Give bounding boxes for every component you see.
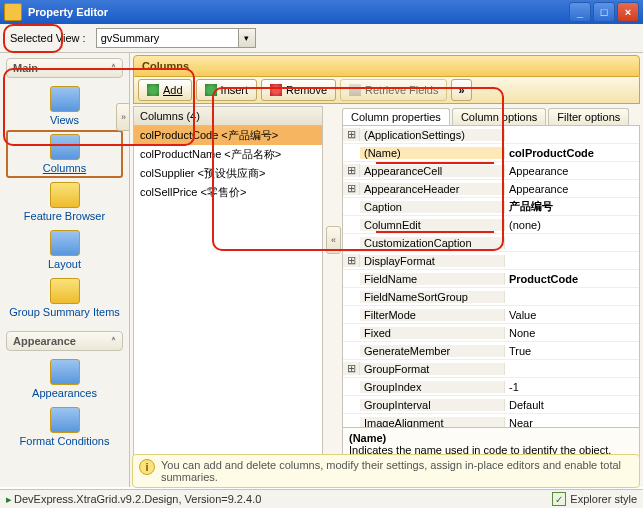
selected-view-label: Selected View : [10,32,86,44]
toolbar-overflow-button[interactable]: » [451,79,471,101]
tab-filter-options[interactable]: Filter options [548,108,629,125]
close-button[interactable]: × [617,2,639,22]
add-icon [147,84,159,96]
sidebar: Main˄ Views Columns Feature Browser Layo… [0,53,130,487]
column-item[interactable]: colProductName <产品名称> [134,145,322,164]
sidebar-item-appearances[interactable]: Appearances [6,355,123,403]
info-icon: i [139,459,155,475]
property-grid[interactable]: ⊞(ApplicationSettings) (Name)colProductC… [342,125,640,428]
appearances-icon [50,359,80,385]
selected-view-combo[interactable]: gvSummary ▾ [96,28,256,48]
panel-header: Columns [133,55,640,77]
triangle-icon: ▸ [6,493,12,506]
content-area: Columns Add Insert Remove Retrieve Field… [130,53,643,487]
toolbar: Add Insert Remove Retrieve Fields » [133,77,640,104]
insert-button[interactable]: Insert [196,79,258,101]
expand-icon[interactable]: ⊞ [343,254,360,267]
columns-count-header: Columns (4) [133,106,323,126]
app-icon [4,3,22,21]
sidebar-item-group-summary[interactable]: Group Summary Items [6,274,123,322]
window-titlebar: Property Editor _ □ × [0,0,643,24]
sidebar-collapse-right-button[interactable]: » [116,103,130,131]
list-collapse-left-button[interactable]: « [326,226,341,254]
maximize-button[interactable]: □ [593,2,615,22]
remove-button[interactable]: Remove [261,79,336,101]
feature-browser-icon [50,182,80,208]
expand-icon[interactable]: ⊞ [343,182,360,195]
sidebar-item-columns[interactable]: Columns [6,130,123,178]
views-icon [50,86,80,112]
status-bar: ▸ DevExpress.XtraGrid.v9.2.Design, Versi… [0,489,643,508]
remove-icon [270,84,282,96]
expand-icon[interactable]: ⊞ [343,362,360,375]
sidebar-item-format-conditions[interactable]: Format Conditions [6,403,123,451]
column-item[interactable]: colSupplier <预设供应商> [134,164,322,183]
retrieve-fields-button[interactable]: Retrieve Fields [340,79,447,101]
chevron-down-icon[interactable]: ▾ [238,29,255,47]
columns-icon [50,134,80,160]
status-text: DevExpress.XtraGrid.v9.2.Design, Version… [14,493,261,505]
sidebar-item-views[interactable]: Views [6,82,123,130]
sidebar-group-main[interactable]: Main˄ [6,58,123,78]
hint-bar: i You can add and delete columns, modify… [132,454,640,488]
property-tabs: Column properties Column options Filter … [342,106,640,125]
explorer-style-label: Explorer style [570,493,637,505]
columns-list[interactable]: colProductCode <产品编号> colProductName <产品… [133,126,323,485]
format-conditions-icon [50,407,80,433]
window-title: Property Editor [28,6,108,18]
chevron-up-icon: ˄ [111,336,116,347]
tab-column-properties[interactable]: Column properties [342,108,450,125]
chevron-up-icon: ˄ [111,63,116,74]
explorer-style-checkbox[interactable]: ✓ [552,492,566,506]
insert-icon [205,84,217,96]
sidebar-group-appearance[interactable]: Appearance˄ [6,331,123,351]
expand-icon[interactable]: ⊞ [343,164,360,177]
columns-panel: Columns (4) colProductCode <产品编号> colPro… [133,106,323,485]
group-summary-icon [50,278,80,304]
column-item[interactable]: colSellPrice <零售价> [134,183,322,202]
view-bar: Selected View : gvSummary ▾ [0,24,643,53]
sidebar-item-layout[interactable]: Layout [6,226,123,274]
retrieve-icon [349,84,361,96]
minimize-button[interactable]: _ [569,2,591,22]
property-column: Column properties Column options Filter … [342,106,640,485]
selected-view-value: gvSummary [101,32,160,44]
layout-icon [50,230,80,256]
tab-column-options[interactable]: Column options [452,108,546,125]
sidebar-item-feature-browser[interactable]: Feature Browser [6,178,123,226]
column-item[interactable]: colProductCode <产品编号> [134,126,322,145]
expand-icon[interactable]: ⊞ [343,128,360,141]
add-button[interactable]: Add [138,79,192,101]
